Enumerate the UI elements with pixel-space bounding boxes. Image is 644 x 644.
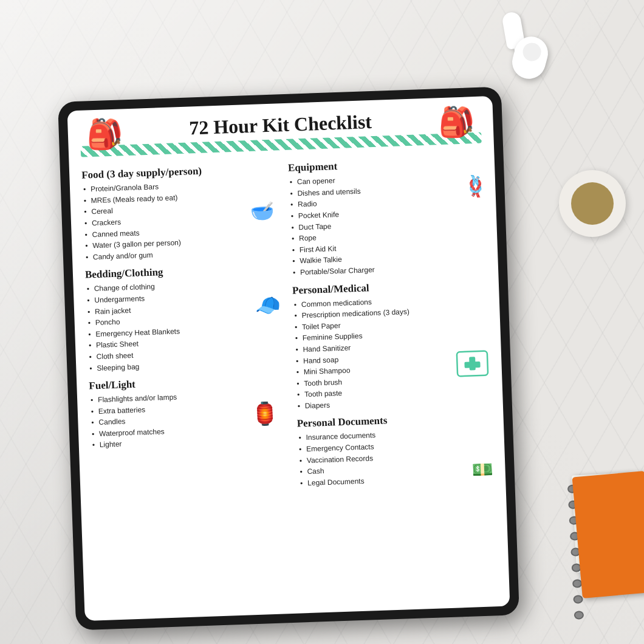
main-content: Food (3 day supply/person) 🥣 Protein/Gra… [81, 149, 494, 496]
backpack-left-icon: 🎒 [86, 117, 123, 152]
fuel-section: Fuel/Light 🏮 Flashlights and/or lamps Ex… [89, 373, 286, 451]
bedding-list: Change of clothing Undergarments Rain ja… [86, 277, 283, 374]
notebook-orange [572, 471, 644, 598]
ipad-screen: 🎒 72 Hour Kit Checklist 🎒 Food (3 day su… [67, 96, 510, 621]
food-section: Food (3 day supply/person) 🥣 Protein/Gra… [81, 163, 279, 263]
personal-documents-list: Insurance documents Emergency Contacts V… [297, 426, 493, 489]
equipment-section: Equipment 🪢 Can opener Dishes and utensi… [288, 156, 486, 278]
spiral-dot [573, 595, 583, 604]
checklist-header: 🎒 72 Hour Kit Checklist 🎒 [80, 108, 482, 157]
backpack-right-icon: 🎒 [438, 104, 476, 140]
spiral-dot [574, 611, 584, 620]
bedding-section: Bedding/Clothing 🧢 Change of clothing Un… [85, 262, 283, 374]
fuel-list: Flashlights and/or lamps Extra batteries… [89, 388, 286, 451]
right-column: Equipment 🪢 Can opener Dishes and utensi… [287, 149, 493, 489]
ipad-device: 🎒 72 Hour Kit Checklist 🎒 Food (3 day su… [58, 87, 519, 631]
equipment-list: Can opener Dishes and utensils Radio Poc… [289, 170, 487, 278]
personal-medical-list: Common medications Prescription medicati… [293, 292, 491, 412]
coffee-inner [571, 182, 614, 225]
food-list: Protein/Granola Bars MREs (Meals ready t… [82, 177, 279, 263]
personal-documents-section: Personal Documents 💵 Insurance documents… [296, 411, 493, 489]
coffee-cup [559, 170, 626, 237]
personal-medical-section: Personal/Medical Common medications Pres… [292, 278, 491, 412]
left-column: Food (3 day supply/person) 🥣 Protein/Gra… [81, 157, 287, 496]
